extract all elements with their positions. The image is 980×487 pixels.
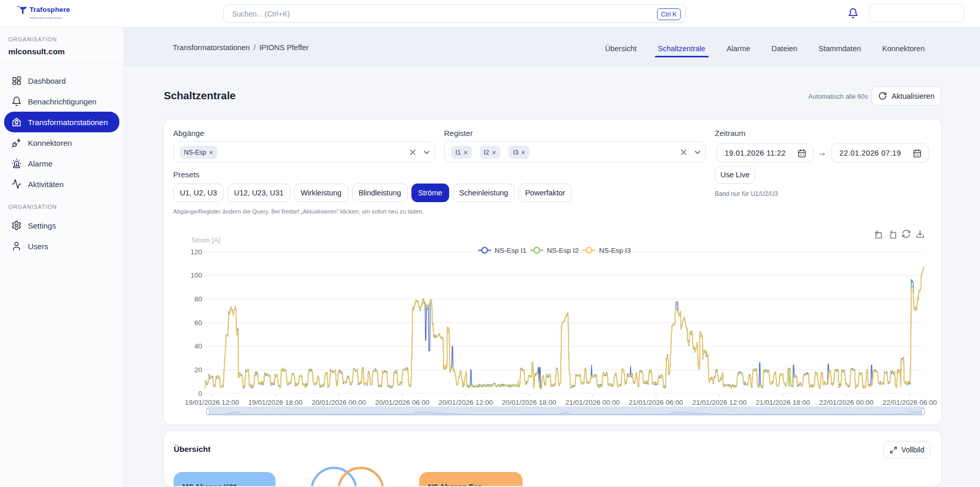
svg-text:0: 0 [198, 390, 202, 398]
svg-text:19/01/2026 18:00: 19/01/2026 18:00 [248, 399, 302, 406]
svg-text:20/01/2026 06:00: 20/01/2026 06:00 [375, 399, 430, 406]
svg-text:100: 100 [190, 271, 202, 279]
svg-text:80: 80 [194, 295, 202, 303]
svg-text:NS-Esp I1: NS-Esp I1 [495, 247, 527, 254]
svg-text:NS-Esp I2: NS-Esp I2 [547, 247, 579, 254]
svg-text:21/01/2026 00:00: 21/01/2026 00:00 [565, 399, 620, 406]
svg-text:21/01/2026 06:00: 21/01/2026 06:00 [629, 399, 683, 406]
svg-text:20: 20 [194, 366, 202, 374]
svg-text:21/01/2026 18:00: 21/01/2026 18:00 [756, 399, 810, 406]
svg-text:20/01/2026 12:00: 20/01/2026 12:00 [438, 399, 493, 406]
svg-text:21/01/2026 12:00: 21/01/2026 12:00 [692, 399, 746, 406]
svg-text:40: 40 [194, 342, 202, 350]
svg-text:120: 120 [190, 248, 202, 256]
svg-text:Strom [A]: Strom [A] [191, 236, 220, 244]
svg-text:19/01/2026 12:00: 19/01/2026 12:00 [185, 399, 239, 406]
svg-text:60: 60 [194, 319, 202, 327]
svg-text:22/01/2026 06:00: 22/01/2026 06:00 [883, 399, 937, 406]
svg-text:20/01/2026 18:00: 20/01/2026 18:00 [502, 399, 556, 406]
svg-text:20/01/2026 00:00: 20/01/2026 00:00 [312, 399, 366, 406]
svg-text:NS-Esp I3: NS-Esp I3 [599, 247, 631, 254]
svg-text:22/01/2026 00:00: 22/01/2026 00:00 [819, 399, 874, 406]
